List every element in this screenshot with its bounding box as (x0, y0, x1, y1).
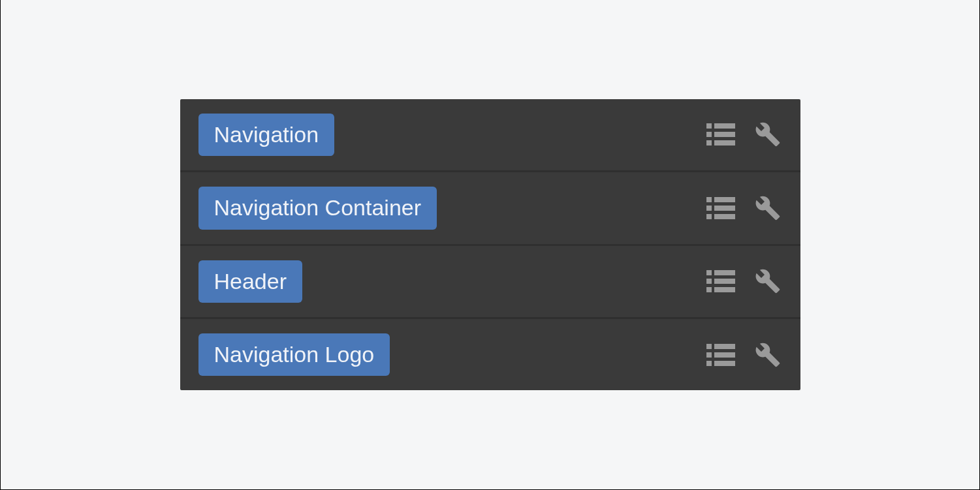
wrench-icon[interactable] (753, 267, 782, 296)
element-row-header[interactable]: Header (180, 246, 800, 319)
svg-rect-20 (706, 352, 712, 358)
svg-rect-1 (714, 123, 735, 129)
list-icon[interactable] (706, 341, 735, 369)
svg-rect-11 (714, 214, 735, 219)
element-row-navigation-logo[interactable]: Navigation Logo (180, 319, 800, 390)
svg-rect-23 (714, 361, 735, 366)
element-list-panel: Navigation Navigation Container (180, 99, 800, 391)
svg-rect-19 (714, 344, 735, 349)
svg-rect-0 (706, 123, 712, 129)
svg-rect-4 (706, 140, 712, 145)
element-tag[interactable]: Header (198, 260, 303, 303)
svg-rect-7 (714, 197, 735, 202)
wrench-icon[interactable] (753, 120, 782, 149)
list-icon[interactable] (706, 267, 735, 296)
svg-rect-13 (714, 270, 735, 275)
svg-rect-21 (714, 352, 735, 358)
svg-rect-5 (714, 140, 735, 145)
svg-rect-12 (706, 270, 712, 275)
svg-rect-16 (706, 287, 712, 292)
svg-rect-9 (714, 206, 735, 211)
row-actions (706, 120, 782, 149)
element-row-navigation-container[interactable]: Navigation Container (180, 172, 800, 245)
svg-rect-10 (706, 214, 712, 219)
svg-rect-22 (706, 361, 712, 366)
row-actions (706, 267, 782, 296)
svg-rect-14 (706, 279, 712, 284)
svg-rect-17 (714, 287, 735, 292)
svg-rect-18 (706, 344, 712, 349)
svg-rect-8 (706, 206, 712, 211)
svg-rect-3 (714, 132, 735, 137)
element-tag[interactable]: Navigation Container (198, 187, 437, 229)
row-actions (706, 194, 782, 222)
element-row-navigation[interactable]: Navigation (180, 99, 800, 172)
svg-rect-6 (706, 197, 712, 202)
wrench-icon[interactable] (753, 341, 782, 369)
svg-rect-15 (714, 279, 735, 284)
svg-rect-2 (706, 132, 712, 137)
wrench-icon[interactable] (753, 194, 782, 222)
list-icon[interactable] (706, 120, 735, 149)
element-tag[interactable]: Navigation Logo (198, 333, 390, 376)
element-tag[interactable]: Navigation (198, 114, 335, 156)
row-actions (706, 341, 782, 369)
list-icon[interactable] (706, 194, 735, 222)
